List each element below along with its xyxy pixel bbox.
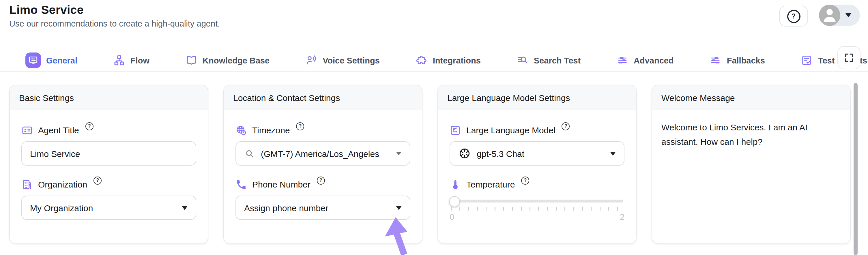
chevron-down-icon: [396, 206, 402, 210]
page-title: Limo Service: [9, 3, 84, 17]
help-icon[interactable]: [297, 122, 304, 130]
tab-fallbacks[interactable]: Fallbacks: [710, 54, 765, 66]
page-header: Limo Service Use our recommendations to …: [0, 0, 868, 50]
card-title: Welcome Message: [652, 85, 850, 110]
temperature-field: Temperature 0 2: [450, 179, 624, 222]
slider-min-label: 0: [450, 212, 454, 222]
clipboard-check-icon: [801, 54, 813, 66]
question-mark-icon: [787, 9, 800, 23]
fullscreen-icon: [843, 52, 855, 63]
help-icon[interactable]: [85, 122, 93, 130]
tab-search-test[interactable]: Search Test: [517, 54, 581, 66]
slider-ticks: [451, 207, 623, 211]
slider-track[interactable]: [451, 200, 623, 202]
building-icon: [21, 179, 33, 190]
sliders-icon: [710, 54, 722, 66]
tab-flow[interactable]: Flow: [113, 54, 150, 66]
search-icon: [244, 148, 255, 159]
help-button[interactable]: [779, 6, 808, 27]
basic-settings-card: Basic Settings Agent Title: [9, 85, 208, 244]
globe-clock-icon: [236, 125, 247, 136]
phone-number-label: Phone Number: [252, 179, 310, 190]
tab-label: Flow: [130, 56, 150, 65]
tab-knowledge-base[interactable]: Knowledge Base: [185, 54, 270, 66]
phone-icon: [236, 179, 247, 190]
person-icon: [819, 5, 840, 26]
settings-content: Basic Settings Agent Title: [0, 71, 868, 244]
monitor-settings-icon: [25, 53, 41, 68]
circuit-chip-icon: [450, 125, 461, 136]
chevron-down-icon: [396, 152, 402, 155]
temperature-slider[interactable]: 0 2: [450, 200, 624, 222]
welcome-message-text[interactable]: Welcome to Limo Services. I am an AI ass…: [652, 110, 850, 149]
phone-number-field: Phone Number Assign phone number: [236, 179, 410, 220]
llm-field: Large Language Model: [450, 125, 624, 166]
welcome-message-card: Welcome Message Welcome to Limo Services…: [652, 85, 851, 244]
tab-voice-settings[interactable]: Voice Settings: [305, 54, 380, 66]
tab-label: Voice Settings: [322, 56, 380, 65]
page-subtitle: Use our recommendations to create a high…: [9, 19, 220, 28]
puzzle-icon: [415, 54, 428, 66]
flowchart-icon: [113, 54, 125, 66]
card-title: Basic Settings: [10, 85, 208, 110]
pointer-arrow-annotation: [384, 217, 414, 255]
timezone-label: Timezone: [252, 125, 290, 136]
tab-label: Advanced: [634, 56, 674, 65]
help-icon[interactable]: [521, 177, 529, 185]
organization-field: Organization My Organization: [21, 179, 196, 220]
search-lines-icon: [517, 54, 529, 66]
tab-advanced[interactable]: Advanced: [616, 54, 674, 66]
organization-label: Organization: [38, 179, 87, 190]
thermometer-icon: [450, 179, 461, 190]
tab-label: Integrations: [433, 56, 481, 65]
tab-integrations[interactable]: Integrations: [415, 54, 481, 66]
user-menu[interactable]: [819, 5, 860, 26]
llm-settings-card: Large Language Model Settings: [437, 85, 637, 244]
tab-label: General: [46, 56, 78, 65]
sliders-icon: [616, 54, 628, 66]
chevron-down-icon: [182, 206, 188, 210]
temperature-label: Temperature: [466, 179, 515, 190]
help-icon[interactable]: [317, 177, 325, 185]
agent-title-label: Agent Title: [38, 125, 79, 136]
agent-title-field: Agent Title: [21, 125, 196, 166]
agent-title-input[interactable]: [21, 141, 196, 166]
slider-handle[interactable]: [449, 196, 460, 207]
tab-general[interactable]: General: [25, 53, 78, 68]
phone-number-select[interactable]: Assign phone number: [236, 196, 410, 220]
tab-bar: General Flow Knowledge Base: [0, 50, 868, 71]
fullscreen-button[interactable]: [837, 46, 861, 69]
timezone-select[interactable]: (GMT-7) America/Los_Angeles: [236, 141, 410, 166]
openai-logo-icon: [458, 147, 471, 160]
vertical-scrollbar[interactable]: [854, 83, 858, 255]
llm-label: Large Language Model: [466, 125, 556, 136]
id-card-icon: [21, 125, 33, 136]
chevron-down-icon: [845, 13, 851, 17]
tab-label: Knowledge Base: [203, 56, 270, 65]
agent-settings-page: Limo Service Use our recommendations to …: [0, 0, 868, 255]
open-book-icon: [185, 54, 197, 66]
card-title: Location & Contact Settings: [224, 85, 422, 110]
avatar[interactable]: [819, 5, 840, 26]
organization-select[interactable]: My Organization: [21, 196, 196, 220]
tab-label: Fallbacks: [727, 56, 765, 65]
chevron-down-icon: [610, 152, 616, 156]
timezone-field: Timezone (GMT-7) America/Los_Angeles: [236, 125, 410, 166]
llm-model-select[interactable]: gpt-5.3 Chat: [450, 141, 624, 166]
card-title: Large Language Model Settings: [438, 85, 636, 110]
help-icon[interactable]: [562, 122, 570, 130]
help-icon[interactable]: [93, 177, 101, 185]
slider-max-label: 2: [620, 212, 624, 222]
tab-label: Search Test: [534, 56, 581, 65]
voice-person-icon: [305, 54, 317, 66]
